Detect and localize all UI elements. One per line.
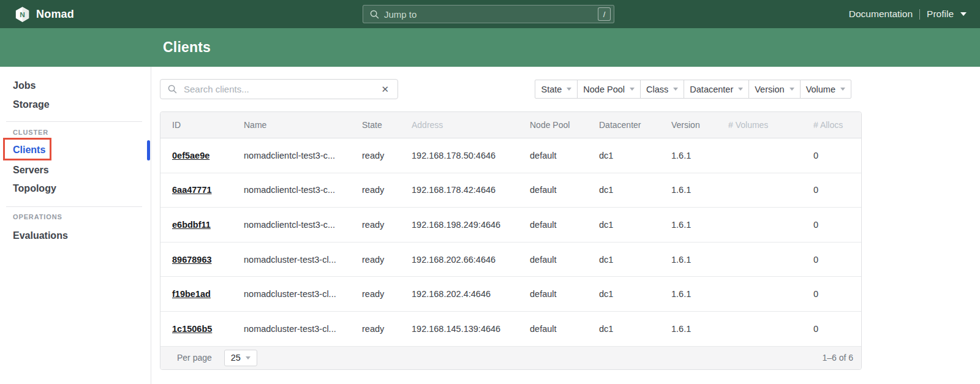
client-id-link[interactable]: f19be1ad <box>172 289 211 299</box>
sidebar-item-clients[interactable]: Clients <box>13 145 45 156</box>
client-id-cell: 1c1506b5 <box>160 324 244 334</box>
documentation-link[interactable]: Documentation <box>849 9 913 20</box>
filter-version[interactable]: Version <box>748 80 800 99</box>
sidebar-section-operations: OPERATIONS <box>13 213 62 220</box>
client-name-cell: nomadcluster-test3-cl... <box>244 324 362 334</box>
table-row[interactable]: 0ef5ae9e nomadclientcl-test3-c... ready … <box>160 138 861 173</box>
client-allocs-cell: 0 <box>813 185 861 195</box>
client-version-cell: 1.6.1 <box>671 220 728 230</box>
sidebar: Jobs Storage CLUSTER Clients Servers Top… <box>0 67 151 384</box>
filter-state[interactable]: State <box>535 80 578 99</box>
sidebar-scrollbar-thumb[interactable] <box>147 140 150 160</box>
client-id-link[interactable]: 0ef5ae9e <box>172 151 209 160</box>
client-id-link[interactable]: e6bdbf11 <box>172 220 211 230</box>
client-allocs-cell: 0 <box>813 255 861 265</box>
sidebar-item-servers[interactable]: Servers <box>13 165 49 176</box>
chevron-down-icon <box>630 88 635 91</box>
table-row[interactable]: e6bdbf11 nomadclientcl-test3-c... ready … <box>160 208 861 243</box>
client-id-link[interactable]: 6aa47771 <box>172 185 212 195</box>
filter-datacenter[interactable]: Datacenter <box>684 80 749 99</box>
nomad-logo-icon: N <box>14 6 31 23</box>
col-version[interactable]: Version <box>671 120 728 130</box>
client-version-cell: 1.6.1 <box>671 289 728 299</box>
client-address-cell: 192.168.198.249:4646 <box>412 220 530 230</box>
filter-volume[interactable]: Volume <box>800 80 851 99</box>
client-state-cell: ready <box>362 151 412 160</box>
filter-toolbar: State Node Pool Class Datacenter Version… <box>535 80 851 99</box>
col-allocs: # Allocs <box>813 120 861 130</box>
filter-node-pool[interactable]: Node Pool <box>577 80 641 99</box>
client-state-cell: ready <box>362 324 412 334</box>
table-row[interactable]: 89678963 nomadcluster-test3-cl... ready … <box>160 243 861 277</box>
page-header-bar: Clients <box>0 28 980 67</box>
table-row[interactable]: 6aa47771 nomadclientcl-test3-c... ready … <box>160 173 861 208</box>
client-node-pool-cell: default <box>530 324 599 334</box>
jump-to-search[interactable]: Jump to / <box>363 5 614 23</box>
col-node-pool[interactable]: Node Pool <box>530 120 599 130</box>
filter-class-label: Class <box>646 85 668 94</box>
nomad-brand[interactable]: N Nomad <box>14 0 74 28</box>
sidebar-item-topology[interactable]: Topology <box>13 183 56 194</box>
page-title: Clients <box>163 39 211 56</box>
client-version-cell: 1.6.1 <box>671 151 728 160</box>
sidebar-section-cluster: CLUSTER <box>13 129 48 136</box>
navbar-links: Documentation Profile <box>849 0 967 28</box>
client-address-cell: 192.168.202.4:4646 <box>412 289 530 299</box>
client-allocs-cell: 0 <box>813 220 861 230</box>
col-state[interactable]: State <box>362 120 412 130</box>
jump-to-placeholder: Jump to <box>384 9 598 20</box>
client-datacenter-cell: dc1 <box>599 324 671 334</box>
sidebar-divider <box>6 121 142 122</box>
table-footer: Per page 25 1–6 of 6 <box>160 347 861 369</box>
sidebar-item-storage[interactable]: Storage <box>13 99 50 110</box>
clients-search-input[interactable] <box>183 83 380 95</box>
client-allocs-cell: 0 <box>813 289 861 299</box>
filter-state-label: State <box>541 85 562 94</box>
table-header-row: ID Name State Address Node Pool Datacent… <box>160 112 861 138</box>
chevron-down-icon <box>673 88 678 91</box>
sidebar-divider <box>6 206 142 207</box>
chevron-down-icon <box>790 88 794 91</box>
profile-menu[interactable]: Profile <box>927 9 954 20</box>
client-state-cell: ready <box>362 220 412 230</box>
col-address: Address <box>412 120 530 130</box>
chevron-down-icon[interactable] <box>960 12 967 16</box>
client-node-pool-cell: default <box>530 289 599 299</box>
client-datacenter-cell: dc1 <box>599 220 671 230</box>
clients-search[interactable]: ✕ <box>160 79 398 99</box>
col-datacenter[interactable]: Datacenter <box>599 120 671 130</box>
client-version-cell: 1.6.1 <box>671 324 728 334</box>
client-allocs-cell: 0 <box>813 151 861 160</box>
sidebar-item-evaluations[interactable]: Evaluations <box>13 230 68 241</box>
filter-class[interactable]: Class <box>640 80 684 99</box>
col-name[interactable]: Name <box>244 120 362 130</box>
client-id-link[interactable]: 1c1506b5 <box>172 324 212 334</box>
client-name-cell: nomadcluster-test3-cl... <box>244 255 362 265</box>
chevron-down-icon <box>567 88 571 91</box>
search-icon <box>168 85 177 94</box>
per-page-value: 25 <box>231 353 241 363</box>
client-version-cell: 1.6.1 <box>671 185 728 195</box>
client-address-cell: 192.168.145.139:4646 <box>412 324 530 334</box>
col-id[interactable]: ID <box>160 120 244 130</box>
sidebar-item-jobs[interactable]: Jobs <box>13 80 36 91</box>
col-volumes: # Volumes <box>728 120 813 130</box>
client-datacenter-cell: dc1 <box>599 185 671 195</box>
table-row[interactable]: f19be1ad nomadcluster-test3-cl... ready … <box>160 277 861 312</box>
client-id-link[interactable]: 89678963 <box>172 255 212 265</box>
client-id-cell: 89678963 <box>160 255 244 265</box>
per-page-select[interactable]: 25 <box>224 350 257 366</box>
brand-name: Nomad <box>36 8 74 21</box>
chevron-down-icon <box>738 88 743 91</box>
clients-table: ID Name State Address Node Pool Datacent… <box>160 111 862 370</box>
client-node-pool-cell: default <box>530 151 599 160</box>
table-row[interactable]: 1c1506b5 nomadcluster-test3-cl... ready … <box>160 312 861 347</box>
clear-search-icon[interactable]: ✕ <box>380 83 390 95</box>
svg-text:N: N <box>20 10 25 18</box>
client-state-cell: ready <box>362 185 412 195</box>
slash-shortcut-badge: / <box>598 7 611 21</box>
client-name-cell: nomadclientcl-test3-c... <box>244 151 362 160</box>
client-id-cell: f19be1ad <box>160 289 244 299</box>
chevron-down-icon <box>840 88 845 91</box>
top-navbar: N Nomad Jump to / Documentation Profile <box>0 0 980 28</box>
